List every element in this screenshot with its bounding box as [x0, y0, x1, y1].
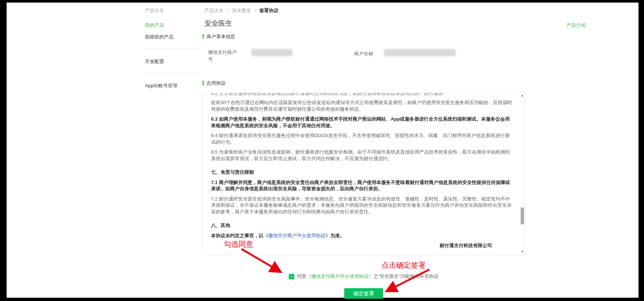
sidebar-item-authorized-products[interactable]: 我授权的产品: [145, 34, 174, 40]
product-intro-link[interactable]: 产品介绍: [567, 22, 586, 29]
closing-prefix: 本协议未约定之事宜，以: [211, 233, 263, 238]
scrollbar-down-icon[interactable]: ▼: [520, 249, 525, 254]
section-title: 合同协议: [207, 80, 226, 86]
annotation-check-agree: 勾选同意: [224, 239, 253, 249]
scrollbar-thumb[interactable]: [521, 208, 524, 224]
contract-heading-liability: 七、免责与责任限制: [211, 169, 513, 176]
sidebar-item-appid-management[interactable]: AppID账号管理: [145, 82, 177, 89]
breadcrumb: 产品大全 / 安全医生 / 签署协议: [204, 7, 279, 14]
sidebar-divider: [144, 73, 201, 74]
browser-screenshot-frame: 产品大全 我的产品 我授权的产品 开发配置 AppID账号管理 产品大全 / 安…: [0, 0, 644, 301]
contract-paragraph: 6.5 为避免给商户业务连续性造成影响，财付通将进行低频安全检测。由于不同操作系…: [211, 149, 513, 162]
scrollbar-up-icon[interactable]: ▲: [520, 93, 525, 98]
confirm-sign-button[interactable]: 确定签署: [344, 288, 383, 299]
contract-paragraph: 6.3 如商户使用本服务，则视为商户授权财付通通过网络技术手段对商户营运的网站、…: [211, 116, 513, 129]
section-title: 商户基本信息: [207, 34, 235, 39]
annotation-click-sign: 点击确定签署: [382, 260, 426, 270]
submit-button-row: 确定签署: [203, 288, 525, 299]
merchant-platform-page: 产品大全 我的产品 我授权的产品 开发配置 AppID账号管理 产品大全 / 安…: [7, 3, 638, 298]
contract-heading-others: 八、其他: [211, 222, 513, 229]
sidebar-item-product-catalog[interactable]: 产品大全: [145, 7, 164, 14]
sidebar-item-dev-config[interactable]: 开发配置: [145, 58, 164, 65]
section-contract-agreement: 合同协议: [203, 80, 226, 87]
arrow-to-sign-button-icon: [388, 269, 429, 291]
contract-paragraph: 7.1 商户理解并同意，商户信息系统的安全责任由商户承担全部责任，商户使用本服务…: [211, 179, 513, 192]
agreement-scrollbar[interactable]: ▲ ▼: [520, 93, 525, 255]
sidebar-divider: [144, 49, 201, 49]
agree-checkbox-row: ✓ 同意《微信支付商户平台使用协议》之“安全医生”功能使用补充协议: [203, 273, 525, 280]
agreement-text: 6.2 安全医生服务的收费政策及规范以财付通届时公布的内容为准，如财付通调整收费…: [203, 93, 525, 249]
breadcrumb-separator: /: [255, 8, 256, 13]
section-merchant-basic-info: 商户基本信息: [203, 33, 235, 40]
contract-closing-line: 本协议未约定之事宜，以《微信支付商户平台使用协议》为准。: [211, 232, 513, 239]
breadcrumb-separator: /: [227, 8, 229, 13]
merchant-id-value-redacted: [251, 49, 292, 56]
agree-prefix: 同意: [297, 274, 306, 279]
platform-agreement-link[interactable]: 《微信支付商户平台使用协议》: [263, 233, 330, 238]
agreement-scroll-area[interactable]: 6.2 安全医生服务的收费政策及规范以财付通届时公布的内容为准，如财付通调整收费…: [203, 93, 525, 255]
agree-checkbox[interactable]: ✓: [289, 274, 294, 279]
contract-signature-company: 财付通支付科技有限公司: [211, 242, 513, 249]
sidebar-item-my-products[interactable]: 我的产品: [145, 22, 164, 29]
merchant-id-label: 微信支付商户号: [208, 49, 239, 63]
closing-suffix: 为准。: [330, 233, 345, 238]
check-icon: ✓: [290, 274, 293, 279]
agree-suffix: 之“安全医生”功能使用补充协议: [373, 274, 439, 279]
agreement-clipped-line: 6.2 安全医生服务的收费政策及规范以财付通届时公布的内容为准，如财付通调整收费…: [211, 93, 513, 97]
merchant-fullname-value-redacted: [384, 49, 456, 56]
platform-agreement-link[interactable]: 《微信支付商户平台使用协议》: [306, 274, 373, 279]
contract-paragraph: 提前30个自然日通过在网站内合适版面发布公告或发送站内通知等方式公布收费政策及规…: [211, 99, 513, 112]
page-title: 安全医生: [204, 19, 232, 28]
agree-text: 同意《微信支付商户平台使用协议》之“安全医生”功能使用补充协议: [297, 273, 439, 280]
section-accent-bar: [203, 81, 204, 85]
breadcrumb-security-doctor[interactable]: 安全医生: [232, 8, 251, 13]
contract-paragraph: 6.4 财付通承诺在提供安全医生服务过程中未使用DDOS攻击手段，不含有使用破坏…: [211, 132, 513, 145]
contract-paragraph: 7.2 财付通对安全医生提供的安全风险事件、安全检测信息、安全修复方案等信息的有…: [211, 196, 513, 215]
section-accent-bar: [203, 34, 204, 39]
merchant-fullname-label: 商户全称: [354, 50, 373, 57]
breadcrumb-sign-agreement: 签署协议: [259, 8, 279, 13]
breadcrumb-product-catalog[interactable]: 产品大全: [204, 8, 223, 13]
